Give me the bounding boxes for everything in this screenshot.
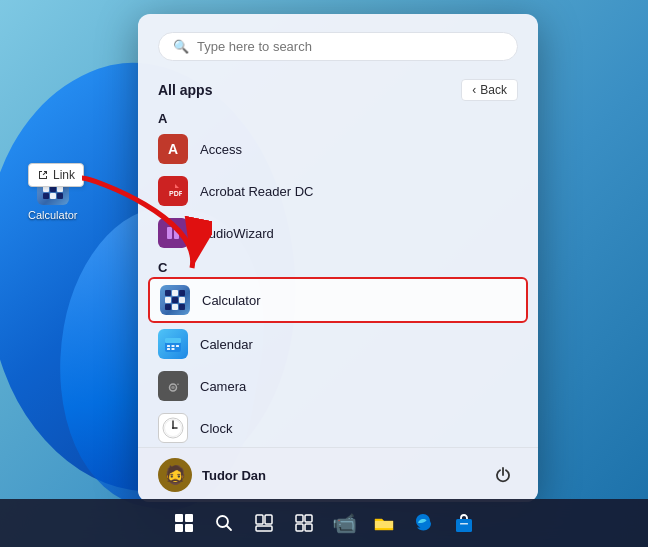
link-tooltip: Link [28,163,84,187]
svg-rect-10 [167,348,170,350]
taskbar-teams[interactable]: 📹 [326,505,362,541]
svg-rect-39 [460,523,468,525]
svg-rect-8 [172,345,175,347]
explorer-icon [374,514,394,532]
svg-rect-37 [305,524,312,531]
all-apps-title: All apps [158,82,212,98]
svg-rect-3 [167,227,172,239]
avatar-emoji: 🧔 [164,464,186,486]
app-item-clock[interactable]: Clock [148,407,528,447]
store-icon [455,513,473,533]
svg-rect-4 [174,227,179,239]
svg-rect-28 [185,524,193,532]
camera-label: Camera [200,379,246,394]
app-item-access[interactable]: A Access [148,128,528,170]
audiowizard-icon [158,218,188,248]
acrobat-icon: PDF [158,176,188,206]
app-item-calendar[interactable]: Calendar [148,323,528,365]
svg-text:PDF: PDF [169,190,182,197]
svg-line-30 [227,526,232,531]
app-item-acrobat[interactable]: PDF Acrobat Reader DC [148,170,528,212]
teams-icon: 📹 [332,511,357,535]
taskbar-start[interactable] [166,505,202,541]
svg-rect-9 [176,345,179,347]
svg-rect-16 [177,384,179,386]
app-item-audiowizard[interactable]: AudioWizard [148,212,528,254]
svg-rect-33 [256,526,272,531]
search-input[interactable] [197,39,503,54]
svg-rect-6 [165,338,181,343]
svg-rect-35 [305,515,312,522]
edge-icon [414,513,434,533]
taskbar-store[interactable] [446,505,482,541]
windows-icon [174,513,194,533]
taskbar-search-icon [215,514,233,532]
user-footer: 🧔 Tudor Dan [138,447,538,502]
section-letter-a: A [148,105,528,128]
camera-icon [158,371,188,401]
svg-point-21 [172,427,174,429]
back-chevron-icon: ‹ [472,83,476,97]
calculator-icon [160,285,190,315]
start-menu: 🔍 All apps ‹ Back A A Access PDF [138,14,538,502]
audiowizard-label: AudioWizard [200,226,274,241]
clock-label: Clock [200,421,233,436]
svg-rect-7 [167,345,170,347]
taskbar-search[interactable] [206,505,242,541]
calculator-label: Calculator [202,293,261,308]
search-icon: 🔍 [173,39,189,54]
svg-rect-34 [296,515,303,522]
access-icon: A [158,134,188,164]
svg-rect-26 [185,514,193,522]
taskbar: 📹 [0,499,648,547]
power-icon [495,467,511,483]
desktop-calc-label: Calculator [28,209,78,221]
svg-rect-27 [175,524,183,532]
all-apps-header: All apps ‹ Back [138,71,538,105]
link-label: Link [53,168,75,182]
taskbar-widgets[interactable] [286,505,322,541]
widgets-icon [295,514,313,532]
user-avatar: 🧔 [158,458,192,492]
user-name: Tudor Dan [202,468,266,483]
svg-rect-38 [456,519,472,532]
taskbar-explorer[interactable] [366,505,402,541]
task-view-icon [255,514,273,532]
access-label: Access [200,142,242,157]
svg-rect-11 [172,348,175,350]
app-item-calculator[interactable]: Calculator [148,277,528,323]
power-button[interactable] [488,460,518,490]
svg-rect-25 [175,514,183,522]
app-item-camera[interactable]: Camera [148,365,528,407]
section-letter-c: C [148,254,528,277]
back-label: Back [480,83,507,97]
svg-rect-36 [296,524,303,531]
svg-rect-32 [265,515,272,524]
acrobat-label: Acrobat Reader DC [200,184,313,199]
taskbar-edge[interactable] [406,505,442,541]
svg-point-14 [171,386,175,390]
link-icon [37,169,49,181]
search-bar[interactable]: 🔍 [158,32,518,61]
user-info[interactable]: 🧔 Tudor Dan [158,458,266,492]
clock-icon [158,413,188,443]
taskbar-task-view[interactable] [246,505,282,541]
apps-list: A A Access PDF Acrobat Reader DC [138,105,538,447]
svg-rect-15 [170,380,176,383]
back-button[interactable]: ‹ Back [461,79,518,101]
svg-rect-31 [256,515,263,524]
calendar-icon [158,329,188,359]
calendar-label: Calendar [200,337,253,352]
